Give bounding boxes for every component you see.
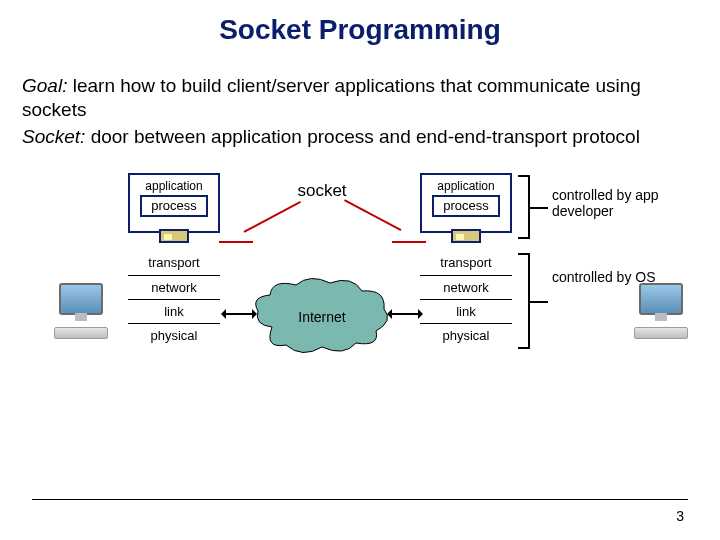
protocol-stack-left: application process transport network li… [128,173,220,347]
double-arrow-icon [222,313,256,315]
layer-network: network [128,275,220,299]
intro-block: Goal: learn how to build client/server a… [0,46,720,149]
process-box: process [140,195,208,217]
layer-transport: transport [420,251,512,275]
layer-link: link [128,299,220,323]
slide-title: Socket Programming [0,0,720,46]
connector-line [530,301,548,303]
application-box: application process [420,173,512,233]
application-box: application process [128,173,220,233]
bracket-icon [520,253,530,349]
layer-physical: physical [420,323,512,347]
layer-network: network [420,275,512,299]
socket-line: Socket: door between application process… [22,125,698,149]
internet-label: Internet [252,309,392,325]
computer-icon [630,283,692,343]
socket-icon [159,229,189,243]
socket-diagram: application process transport network li… [0,173,720,413]
socket-def-label: Socket: [22,126,85,147]
connector-line [219,241,253,243]
footer-divider [32,499,688,500]
goal-line: Goal: learn how to build client/server a… [22,74,698,123]
layer-physical: physical [128,323,220,347]
process-box: process [432,195,500,217]
goal-label: Goal: [22,75,67,96]
page-number: 3 [676,508,684,524]
connector-line [344,199,401,231]
protocol-stack-right: application process transport network li… [420,173,512,347]
socket-icon [451,229,481,243]
annotation-os: controlled by OS [552,269,662,285]
socket-def-text: door between application process and end… [85,126,640,147]
application-label: application [130,179,218,193]
internet-cloud: Internet [252,277,392,355]
connector-line [530,207,548,209]
application-label: application [422,179,510,193]
layer-link: link [420,299,512,323]
connector-line [243,201,300,233]
layer-transport: transport [128,251,220,275]
computer-icon [50,283,112,343]
annotation-app-developer: controlled by app developer [552,187,672,219]
goal-text: learn how to build client/server applica… [22,75,641,120]
double-arrow-icon [388,313,422,315]
bracket-icon [520,175,530,239]
socket-header-label: socket [252,181,392,201]
